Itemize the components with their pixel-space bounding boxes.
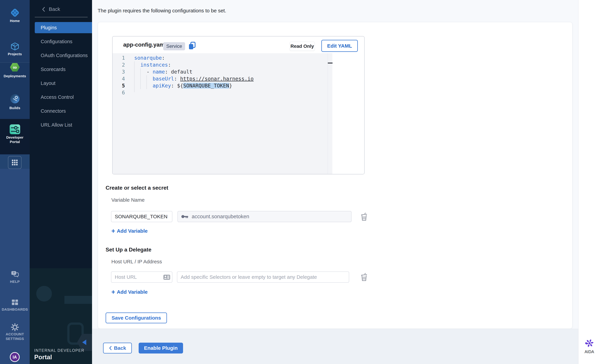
module-label: Projects: [0, 52, 30, 56]
code-line: baseUrl: https://sonar.harness.io: [134, 75, 332, 82]
yaml-editor-card: app-config.yaml Service Read Only Edit Y…: [112, 36, 365, 174]
main-content: The plugin requires the following config…: [92, 0, 578, 364]
rail-help[interactable]: ? HELP: [0, 271, 30, 284]
rail-bottom-label: ACCOUNT SETTINGS: [4, 332, 26, 341]
rail-bottom-label: DASHBOARDS: [0, 307, 30, 312]
chevron-left-icon: [42, 7, 46, 12]
aida-label: AIDA: [579, 349, 600, 354]
sidebar-module-deployments[interactable]: ∞ Deployments: [0, 63, 30, 78]
builds-icon: [10, 94, 19, 103]
copy-icon[interactable]: [188, 42, 196, 51]
aida-icon: [585, 339, 594, 347]
sidebar-item-configurations[interactable]: Configurations: [35, 36, 92, 47]
rail-bottom-label: HELP: [0, 279, 30, 284]
plugin-config-intro: The plugin requires the following config…: [98, 8, 226, 14]
yaml-filename: app-config.yaml: [123, 42, 166, 48]
rail-account-settings[interactable]: ACCOUNT SETTINGS: [0, 323, 30, 341]
decor-bar: [64, 296, 92, 304]
back-button[interactable]: Back: [103, 343, 132, 354]
edit-yaml-button[interactable]: Edit YAML: [321, 40, 358, 52]
developer-portal-icon: [9, 124, 20, 135]
sidebar-module-developer-portal[interactable]: Developer Portal: [0, 124, 30, 144]
aida-assistant-button[interactable]: AIDA: [579, 339, 600, 354]
key-icon: [181, 214, 189, 219]
variable-name-input[interactable]: [111, 211, 172, 222]
plus-icon: +: [111, 289, 115, 295]
plus-icon: +: [111, 228, 115, 233]
sidebar-item-layout[interactable]: Layout: [35, 78, 92, 89]
sidebar-back-button[interactable]: Back: [30, 5, 92, 14]
variable-name-label: Variable Name: [111, 197, 145, 203]
harness-home-icon: [10, 8, 20, 18]
line-number: 4: [112, 75, 125, 82]
sidebar-item-plugins[interactable]: Plugins: [35, 22, 92, 33]
service-badge: Service: [163, 42, 185, 50]
delegate-section-heading: Set Up a Delegate: [106, 247, 151, 253]
enable-plugin-button[interactable]: Enable Plugin: [139, 343, 183, 354]
yaml-editor-body[interactable]: 123456 sonarqube: instances: - name: def…: [112, 53, 364, 174]
sidebar-item-url-allow-list[interactable]: URL Allow List: [35, 119, 92, 131]
brand-title: Portal: [34, 354, 52, 361]
editor-scrollbar[interactable]: [328, 53, 332, 174]
portal-brand-panel: INTERNAL DEVELOPER Portal: [30, 268, 92, 364]
line-number: 3: [112, 68, 125, 75]
settings-sidebar: Back Plugins Configurations OAuth Config…: [30, 0, 92, 364]
module-label: Deployments: [0, 74, 30, 78]
line-number: 1: [112, 54, 125, 61]
line-number: 6: [112, 89, 125, 96]
line-number: 2: [112, 61, 125, 68]
code-lines: sonarqube: instances: - name: default ba…: [128, 53, 332, 174]
secret-reference-field[interactable]: account.sonarqubetoken: [178, 211, 352, 222]
host-url-label: Host URL / IP Address: [111, 259, 162, 264]
line-number: 5: [112, 82, 125, 89]
brand-eyebrow: INTERNAL DEVELOPER: [34, 348, 84, 353]
sidebar-item-oauth-configurations[interactable]: OAuth Configurations: [35, 50, 92, 61]
save-configurations-button[interactable]: Save Configurations: [106, 312, 167, 323]
add-variable-link-delegate[interactable]: + Add Variable: [111, 289, 148, 295]
host-url-input[interactable]: [111, 271, 172, 283]
projects-cube-icon: [10, 42, 20, 51]
deployments-icon: ∞: [10, 63, 20, 72]
indent-guide: [146, 75, 147, 89]
module-label: Developer Portal: [5, 135, 25, 144]
module-label: Builds: [0, 106, 30, 110]
indent-guide: [140, 68, 141, 89]
rail-dashboards[interactable]: DASHBOARDS: [0, 299, 30, 312]
delegate-selectors-input[interactable]: [177, 271, 349, 283]
add-variable-link-secret[interactable]: + Add Variable: [111, 228, 148, 234]
nine-dot-grid-icon: [11, 159, 18, 166]
chevron-left-icon: [109, 346, 112, 350]
sidebar-item-scorecards[interactable]: Scorecards: [35, 64, 92, 75]
delete-delegate-row-button[interactable]: [360, 273, 368, 282]
module-label: Home: [0, 19, 30, 23]
secret-section-heading: Create or select a secret: [106, 185, 168, 191]
code-line: sonarqube:: [134, 54, 332, 61]
decor-circle: [36, 286, 52, 301]
code-surface: 123456 sonarqube: instances: - name: def…: [112, 53, 332, 174]
avatar-initials: IA: [13, 355, 17, 360]
delete-secret-row-button[interactable]: [360, 212, 368, 222]
sidebar-module-builds[interactable]: Builds: [0, 94, 30, 110]
configuration-card: app-config.yaml Service Read Only Edit Y…: [98, 22, 572, 329]
right-edge-panel: AIDA: [578, 0, 600, 364]
module-grid-button[interactable]: [8, 156, 21, 169]
module-rail: Home Projects ∞ Deployments Builds: [0, 0, 30, 364]
sidebar-module-home[interactable]: Home: [0, 8, 30, 23]
indent-guide: [134, 61, 135, 92]
sidebar-module-projects[interactable]: Projects: [0, 42, 30, 56]
code-line: apiKey: ${SONARQUBE_TOKEN}: [134, 82, 332, 89]
read-only-toggle[interactable]: Read Only: [290, 42, 315, 51]
help-chat-icon: ?: [11, 271, 19, 279]
settings-menu: Plugins Configurations OAuth Configurati…: [30, 22, 92, 133]
scrollbar-mark: [328, 63, 333, 64]
gear-icon: [11, 323, 19, 331]
sidebar-item-connectors[interactable]: Connectors: [35, 105, 92, 117]
user-avatar[interactable]: IA: [10, 352, 20, 362]
sidebar-item-access-control[interactable]: Access Control: [35, 92, 92, 103]
code-line: - name: default: [134, 68, 332, 75]
code-line: [134, 89, 332, 96]
dashboards-icon: [11, 299, 19, 306]
line-number-gutter: 123456: [112, 53, 128, 174]
secret-reference-value: account.sonarqubetoken: [192, 214, 249, 220]
svg-text:?: ?: [13, 271, 14, 275]
